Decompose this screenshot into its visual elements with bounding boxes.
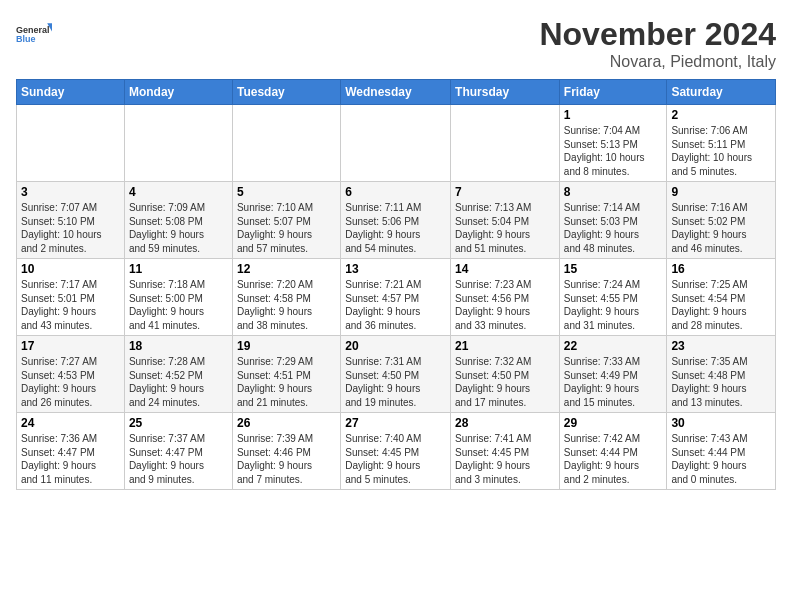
day-info: Sunrise: 7:13 AM Sunset: 5:04 PM Dayligh… (455, 201, 555, 255)
day-number: 17 (21, 339, 120, 353)
calendar: SundayMondayTuesdayWednesdayThursdayFrid… (16, 79, 776, 490)
day-info: Sunrise: 7:28 AM Sunset: 4:52 PM Dayligh… (129, 355, 228, 409)
day-info: Sunrise: 7:18 AM Sunset: 5:00 PM Dayligh… (129, 278, 228, 332)
day-cell: 9Sunrise: 7:16 AM Sunset: 5:02 PM Daylig… (667, 182, 776, 259)
day-cell: 7Sunrise: 7:13 AM Sunset: 5:04 PM Daylig… (451, 182, 560, 259)
day-info: Sunrise: 7:40 AM Sunset: 4:45 PM Dayligh… (345, 432, 446, 486)
day-cell: 5Sunrise: 7:10 AM Sunset: 5:07 PM Daylig… (232, 182, 340, 259)
day-number: 1 (564, 108, 663, 122)
day-number: 23 (671, 339, 771, 353)
day-info: Sunrise: 7:39 AM Sunset: 4:46 PM Dayligh… (237, 432, 336, 486)
day-number: 8 (564, 185, 663, 199)
logo-svg: General Blue (16, 16, 52, 52)
day-cell: 23Sunrise: 7:35 AM Sunset: 4:48 PM Dayli… (667, 336, 776, 413)
week-row: 10Sunrise: 7:17 AM Sunset: 5:01 PM Dayli… (17, 259, 776, 336)
day-cell: 22Sunrise: 7:33 AM Sunset: 4:49 PM Dayli… (559, 336, 667, 413)
day-number: 27 (345, 416, 446, 430)
day-number: 26 (237, 416, 336, 430)
day-cell: 6Sunrise: 7:11 AM Sunset: 5:06 PM Daylig… (341, 182, 451, 259)
day-info: Sunrise: 7:24 AM Sunset: 4:55 PM Dayligh… (564, 278, 663, 332)
day-cell: 26Sunrise: 7:39 AM Sunset: 4:46 PM Dayli… (232, 413, 340, 490)
day-cell: 10Sunrise: 7:17 AM Sunset: 5:01 PM Dayli… (17, 259, 125, 336)
day-number: 9 (671, 185, 771, 199)
day-info: Sunrise: 7:35 AM Sunset: 4:48 PM Dayligh… (671, 355, 771, 409)
day-info: Sunrise: 7:41 AM Sunset: 4:45 PM Dayligh… (455, 432, 555, 486)
day-info: Sunrise: 7:25 AM Sunset: 4:54 PM Dayligh… (671, 278, 771, 332)
week-row: 24Sunrise: 7:36 AM Sunset: 4:47 PM Dayli… (17, 413, 776, 490)
day-number: 19 (237, 339, 336, 353)
week-row: 17Sunrise: 7:27 AM Sunset: 4:53 PM Dayli… (17, 336, 776, 413)
day-number: 20 (345, 339, 446, 353)
day-cell: 30Sunrise: 7:43 AM Sunset: 4:44 PM Dayli… (667, 413, 776, 490)
day-number: 16 (671, 262, 771, 276)
day-info: Sunrise: 7:33 AM Sunset: 4:49 PM Dayligh… (564, 355, 663, 409)
day-info: Sunrise: 7:31 AM Sunset: 4:50 PM Dayligh… (345, 355, 446, 409)
day-cell: 17Sunrise: 7:27 AM Sunset: 4:53 PM Dayli… (17, 336, 125, 413)
day-number: 13 (345, 262, 446, 276)
day-cell: 19Sunrise: 7:29 AM Sunset: 4:51 PM Dayli… (232, 336, 340, 413)
day-number: 10 (21, 262, 120, 276)
day-info: Sunrise: 7:07 AM Sunset: 5:10 PM Dayligh… (21, 201, 120, 255)
day-info: Sunrise: 7:32 AM Sunset: 4:50 PM Dayligh… (455, 355, 555, 409)
day-number: 4 (129, 185, 228, 199)
day-cell: 21Sunrise: 7:32 AM Sunset: 4:50 PM Dayli… (451, 336, 560, 413)
day-info: Sunrise: 7:16 AM Sunset: 5:02 PM Dayligh… (671, 201, 771, 255)
day-cell: 4Sunrise: 7:09 AM Sunset: 5:08 PM Daylig… (124, 182, 232, 259)
weekday-header-row: SundayMondayTuesdayWednesdayThursdayFrid… (17, 80, 776, 105)
day-cell: 24Sunrise: 7:36 AM Sunset: 4:47 PM Dayli… (17, 413, 125, 490)
day-cell: 16Sunrise: 7:25 AM Sunset: 4:54 PM Dayli… (667, 259, 776, 336)
day-cell: 2Sunrise: 7:06 AM Sunset: 5:11 PM Daylig… (667, 105, 776, 182)
page-header: General Blue November 2024 Novara, Piedm… (16, 16, 776, 71)
weekday-header: Sunday (17, 80, 125, 105)
day-cell: 11Sunrise: 7:18 AM Sunset: 5:00 PM Dayli… (124, 259, 232, 336)
day-number: 5 (237, 185, 336, 199)
day-cell: 8Sunrise: 7:14 AM Sunset: 5:03 PM Daylig… (559, 182, 667, 259)
day-info: Sunrise: 7:17 AM Sunset: 5:01 PM Dayligh… (21, 278, 120, 332)
day-info: Sunrise: 7:21 AM Sunset: 4:57 PM Dayligh… (345, 278, 446, 332)
title-block: November 2024 Novara, Piedmont, Italy (539, 16, 776, 71)
day-number: 12 (237, 262, 336, 276)
day-cell: 14Sunrise: 7:23 AM Sunset: 4:56 PM Dayli… (451, 259, 560, 336)
week-row: 1Sunrise: 7:04 AM Sunset: 5:13 PM Daylig… (17, 105, 776, 182)
day-info: Sunrise: 7:14 AM Sunset: 5:03 PM Dayligh… (564, 201, 663, 255)
week-row: 3Sunrise: 7:07 AM Sunset: 5:10 PM Daylig… (17, 182, 776, 259)
svg-text:Blue: Blue (16, 34, 36, 44)
day-number: 6 (345, 185, 446, 199)
day-info: Sunrise: 7:10 AM Sunset: 5:07 PM Dayligh… (237, 201, 336, 255)
day-cell: 20Sunrise: 7:31 AM Sunset: 4:50 PM Dayli… (341, 336, 451, 413)
day-cell: 29Sunrise: 7:42 AM Sunset: 4:44 PM Dayli… (559, 413, 667, 490)
weekday-header: Tuesday (232, 80, 340, 105)
svg-text:General: General (16, 25, 50, 35)
day-info: Sunrise: 7:29 AM Sunset: 4:51 PM Dayligh… (237, 355, 336, 409)
day-cell: 1Sunrise: 7:04 AM Sunset: 5:13 PM Daylig… (559, 105, 667, 182)
day-number: 22 (564, 339, 663, 353)
day-number: 3 (21, 185, 120, 199)
day-number: 7 (455, 185, 555, 199)
day-info: Sunrise: 7:42 AM Sunset: 4:44 PM Dayligh… (564, 432, 663, 486)
weekday-header: Wednesday (341, 80, 451, 105)
weekday-header: Saturday (667, 80, 776, 105)
day-cell (17, 105, 125, 182)
weekday-header: Monday (124, 80, 232, 105)
day-info: Sunrise: 7:09 AM Sunset: 5:08 PM Dayligh… (129, 201, 228, 255)
day-info: Sunrise: 7:04 AM Sunset: 5:13 PM Dayligh… (564, 124, 663, 178)
day-info: Sunrise: 7:36 AM Sunset: 4:47 PM Dayligh… (21, 432, 120, 486)
location: Novara, Piedmont, Italy (539, 53, 776, 71)
day-number: 11 (129, 262, 228, 276)
logo: General Blue (16, 16, 52, 52)
day-number: 28 (455, 416, 555, 430)
day-cell: 13Sunrise: 7:21 AM Sunset: 4:57 PM Dayli… (341, 259, 451, 336)
day-info: Sunrise: 7:43 AM Sunset: 4:44 PM Dayligh… (671, 432, 771, 486)
day-number: 2 (671, 108, 771, 122)
day-cell: 27Sunrise: 7:40 AM Sunset: 4:45 PM Dayli… (341, 413, 451, 490)
day-cell: 15Sunrise: 7:24 AM Sunset: 4:55 PM Dayli… (559, 259, 667, 336)
day-cell (451, 105, 560, 182)
day-number: 15 (564, 262, 663, 276)
day-info: Sunrise: 7:11 AM Sunset: 5:06 PM Dayligh… (345, 201, 446, 255)
day-info: Sunrise: 7:23 AM Sunset: 4:56 PM Dayligh… (455, 278, 555, 332)
day-info: Sunrise: 7:27 AM Sunset: 4:53 PM Dayligh… (21, 355, 120, 409)
day-cell (232, 105, 340, 182)
day-number: 18 (129, 339, 228, 353)
day-cell (124, 105, 232, 182)
day-number: 21 (455, 339, 555, 353)
